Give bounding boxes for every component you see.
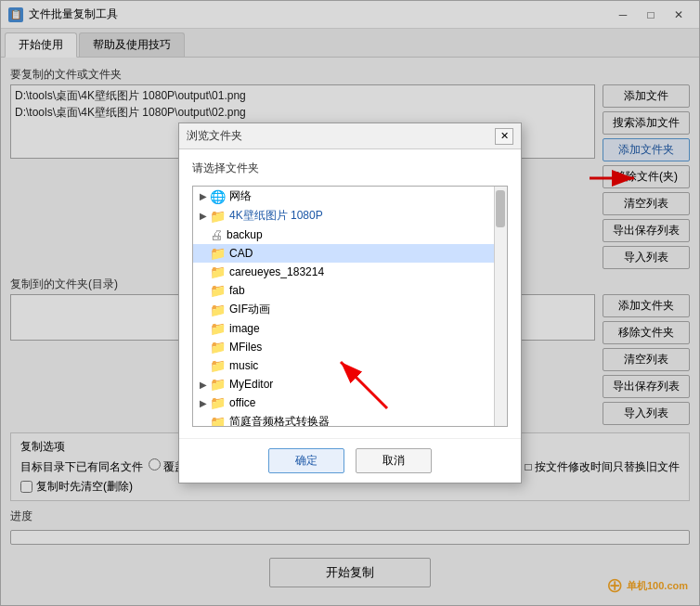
tree-item[interactable]: 📁CAD [193,244,507,263]
tree-item[interactable]: 📁GIF动画 [193,300,507,319]
tree-item[interactable]: ▶📁4K壁纸图片 1080P [193,206,507,226]
tree-item-label: 网络 [229,188,252,204]
dialog-close-button[interactable]: ✕ [495,128,513,145]
tree-item-label: MFiles [229,341,262,354]
tree-item-label: GIF动画 [229,302,270,317]
tree-item-label: careueyes_183214 [229,265,324,278]
dialog-cancel-button[interactable]: 取消 [356,448,432,473]
folder-tree[interactable]: ▶🌐网络▶📁4K壁纸图片 1080P 🖨backup 📁CAD 📁careuey… [192,186,508,427]
tree-item-label: 简庭音频格式转换器 [229,414,330,427]
tree-item-label: CAD [229,247,253,260]
dialog-title: 浏览文件夹 [187,128,242,144]
dialog-overlay: 浏览文件夹 ✕ 请选择文件夹 ▶🌐网络▶📁4K壁纸图片 1080P 🖨backu… [1,1,699,605]
dialog-footer: 确定 取消 [179,438,521,483]
dialog-prompt: 请选择文件夹 [192,161,508,176]
tree-item-label: fab [229,284,245,297]
tree-item-label: 4K壁纸图片 1080P [229,208,323,224]
tree-scrollbar-thumb [496,190,505,227]
dialog-body: 请选择文件夹 ▶🌐网络▶📁4K壁纸图片 1080P 🖨backup 📁CAD 📁… [179,149,521,438]
tree-item[interactable]: 📁music [193,356,507,375]
tree-item[interactable]: 📁fab [193,281,507,300]
tree-item[interactable]: ▶📁MyEditor [193,375,507,393]
dialog-ok-button[interactable]: 确定 [268,448,344,473]
tree-item-label: office [229,396,255,409]
tree-item[interactable]: 📁简庭音频格式转换器 [193,412,507,427]
browse-folder-dialog: 浏览文件夹 ✕ 请选择文件夹 ▶🌐网络▶📁4K壁纸图片 1080P 🖨backu… [178,122,522,484]
tree-item[interactable]: ▶📁office [193,393,507,412]
tree-item-label: MyEditor [229,378,273,391]
tree-scrollbar[interactable] [494,187,507,426]
tree-item[interactable]: 📁careueyes_183214 [193,263,507,281]
tree-item-label: backup [227,228,263,241]
tree-item[interactable]: 📁image [193,319,507,338]
tree-item[interactable]: ▶🌐网络 [193,187,507,206]
tree-item[interactable]: 📁MFiles [193,338,507,356]
tree-item-label: music [229,359,258,372]
tree-item[interactable]: 🖨backup [193,226,507,244]
tree-item-label: image [229,322,260,335]
dialog-title-bar: 浏览文件夹 ✕ [179,123,521,149]
main-window: 📋 文件批量复制工具 ─ □ ✕ 开始使用 帮助及使用技巧 要复制的文件或文件夹… [0,0,700,606]
tree-items: ▶🌐网络▶📁4K壁纸图片 1080P 🖨backup 📁CAD 📁careuey… [193,187,507,427]
